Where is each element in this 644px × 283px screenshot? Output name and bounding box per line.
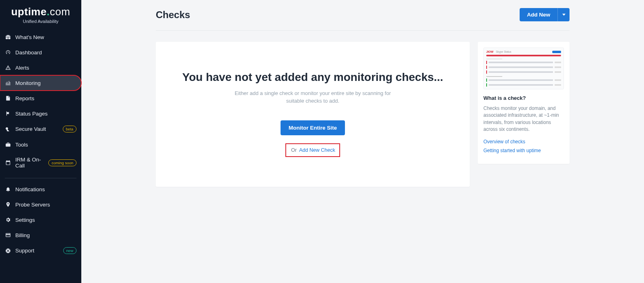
sidebar-item-label: Alerts: [15, 65, 76, 71]
empty-state-card: You have not yet added any monitoring ch…: [156, 42, 470, 187]
sidebar-item-label: Settings: [15, 217, 76, 223]
sidebar-item-support[interactable]: Supportnew: [0, 243, 81, 258]
sidebar-item-label: Notifications: [15, 186, 76, 192]
badge: new: [63, 247, 76, 254]
empty-heading: You have not yet added any monitoring ch…: [172, 70, 454, 84]
sidebar-item-alerts[interactable]: Alerts: [0, 60, 81, 75]
key-icon: [5, 126, 11, 132]
brand: uptime.com Unified Availability: [0, 4, 81, 29]
calendar-icon: [5, 159, 11, 166]
add-new-button[interactable]: Add New: [520, 8, 557, 21]
brand-logo: uptime.com: [0, 6, 81, 18]
sidebar-item-dashboard[interactable]: Dashboard: [0, 45, 81, 60]
sidebar-item-label: Probe Servers: [15, 202, 76, 208]
preview-title: Skype Status: [496, 50, 552, 53]
sidebar-item-reports[interactable]: Reports: [0, 91, 81, 106]
preview-thumbnail: JIOW Skype Status: [483, 48, 564, 89]
sidebar-item-label: Tools: [15, 142, 76, 148]
sidebar-item-monitoring[interactable]: Monitoring: [0, 75, 81, 91]
preview-brand: JIOW: [486, 50, 493, 53]
brand-dot: .: [47, 6, 50, 18]
report-icon: [5, 95, 11, 101]
sidebar-item-irm-on-call[interactable]: IRM & On-Callcoming soon: [0, 152, 81, 173]
sidebar-item-probe-servers[interactable]: Probe Servers: [0, 197, 81, 212]
gear-icon: [5, 217, 11, 223]
sidebar-item-label: IRM & On-Call: [15, 157, 44, 169]
sidebar-item-notifications[interactable]: Notifications: [0, 182, 81, 197]
content-row: You have not yet added any monitoring ch…: [156, 42, 570, 187]
gauge-icon: [5, 49, 11, 56]
caret-down-icon: [562, 14, 566, 16]
preview-alert-bar: [486, 55, 561, 56]
sidebar-item-label: Monitoring: [15, 80, 76, 86]
sidebar-item-status-pages[interactable]: Status Pages: [0, 106, 81, 121]
sidebar-item-tools[interactable]: Tools: [0, 137, 81, 152]
sidebar-item-billing[interactable]: Billing: [0, 227, 81, 243]
sidebar-divider: [5, 178, 76, 178]
gift-icon: [5, 34, 11, 40]
sidebar-item-label: Support: [15, 248, 59, 254]
sidebar-item-label: Dashboard: [15, 50, 76, 56]
sidebar-item-label: Secure Vault: [15, 126, 59, 132]
brand-tld: com: [50, 6, 70, 18]
monitor-icon: [5, 80, 11, 86]
sidebar-item-secure-vault[interactable]: Secure Vaultbeta: [0, 121, 81, 137]
pin-icon: [5, 201, 11, 208]
bell-icon: [5, 186, 11, 192]
sidebar-item-what-s-new[interactable]: What's New: [0, 29, 81, 45]
flag-icon: [5, 110, 11, 117]
sidebar-item-label: What's New: [15, 34, 76, 40]
brand-tagline: Unified Availability: [0, 19, 81, 24]
help-text: Checks monitor your domain, and associat…: [483, 105, 564, 133]
page-header: Checks Add New: [156, 8, 570, 31]
sidebar-item-settings[interactable]: Settings: [0, 212, 81, 227]
help-card: JIOW Skype Status What is a check? Check…: [478, 42, 570, 164]
badge: coming soon: [48, 159, 76, 166]
getting-started-link[interactable]: Getting started with uptime: [483, 148, 564, 153]
empty-subtext: Either add a single check or monitor you…: [228, 90, 397, 105]
toolbox-icon: [5, 141, 11, 148]
or-text: Or: [291, 147, 297, 153]
add-new-group: Add New: [520, 8, 570, 21]
main-content: Checks Add New You have not yet added an…: [81, 0, 644, 283]
monitor-entire-site-button[interactable]: Monitor Entire Site: [281, 120, 345, 135]
add-new-check-link[interactable]: Add New Check: [299, 147, 335, 153]
add-new-check-callout: Or Add New Check: [285, 143, 340, 157]
sidebar: uptime.com Unified Availability What's N…: [0, 0, 81, 283]
preview-section-2: [486, 76, 502, 77]
preview-section: [486, 59, 502, 60]
sidebar-item-label: Reports: [15, 95, 76, 101]
warning-icon: [5, 64, 11, 71]
sidebar-item-label: Status Pages: [15, 111, 76, 117]
overview-of-checks-link[interactable]: Overview of checks: [483, 139, 564, 145]
add-new-dropdown-button[interactable]: [557, 8, 570, 21]
preview-mini-button: [552, 51, 561, 53]
page-title: Checks: [156, 9, 190, 21]
life-ring-icon: [5, 248, 11, 254]
help-heading: What is a check?: [483, 95, 564, 101]
card-icon: [5, 232, 11, 238]
sidebar-item-label: Billing: [15, 232, 76, 238]
brand-word: uptime: [11, 6, 47, 18]
badge: beta: [63, 126, 77, 132]
